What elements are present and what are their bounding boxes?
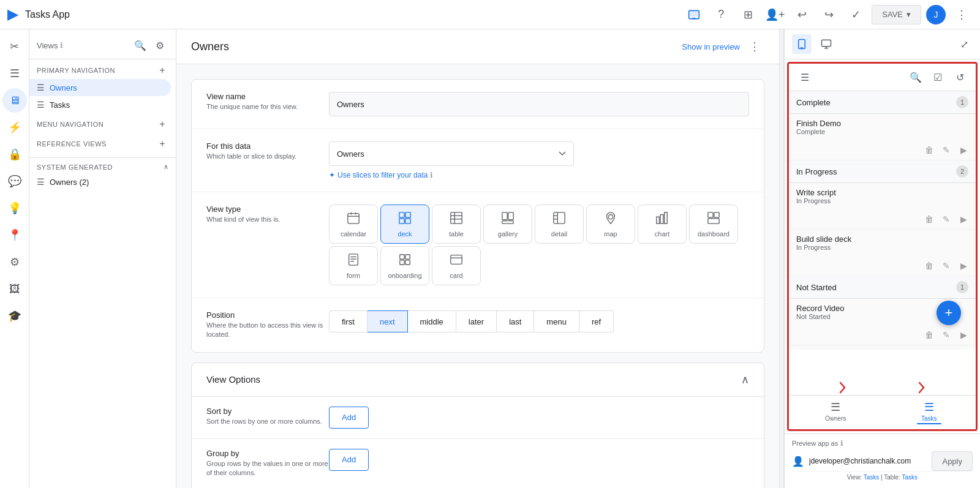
preview-item-delete-btn[interactable]: 🗑 xyxy=(922,143,937,157)
apply-button[interactable]: Apply xyxy=(932,451,973,471)
sidebar-item-owners[interactable]: ☰ Owners xyxy=(29,79,171,96)
preview-item-edit-btn-3[interactable]: ✎ xyxy=(939,258,954,273)
sidebar-header: Views ℹ 🔍 ⚙ xyxy=(29,29,176,59)
preview-fab-btn[interactable]: + xyxy=(937,301,961,325)
sidebar-item-tasks-label: Tasks xyxy=(50,100,70,110)
view-type-card[interactable]: card xyxy=(432,246,481,285)
view-type-gallery[interactable]: gallery xyxy=(483,205,532,244)
show-in-preview-btn[interactable]: Show in preview xyxy=(682,42,740,51)
svg-rect-3 xyxy=(348,213,359,223)
preview-external-btn[interactable]: ⤢ xyxy=(956,36,973,53)
menu-nav-add-btn[interactable]: + xyxy=(156,118,168,130)
icon-bar-security[interactable]: 🔒 xyxy=(2,142,27,167)
preview-search-icon[interactable]: 🔍 xyxy=(907,69,924,86)
preview-mobile-tab[interactable] xyxy=(792,34,812,54)
for-data-select[interactable]: Owners xyxy=(329,141,574,166)
help-icon-btn[interactable]: ? xyxy=(710,4,732,26)
view-type-form[interactable]: form xyxy=(329,246,378,285)
icon-bar-settings[interactable]: ⚙ xyxy=(2,250,27,274)
save-button[interactable]: SAVE ▾ xyxy=(872,5,921,24)
svg-point-22 xyxy=(608,214,612,219)
calendar-icon xyxy=(347,211,360,228)
view-type-table[interactable]: table xyxy=(432,205,481,244)
group-by-add-btn[interactable]: Add xyxy=(329,449,369,471)
preview-item-nav-btn-3[interactable]: ▶ xyxy=(956,258,971,273)
svg-rect-41 xyxy=(822,40,831,47)
view-type-detail[interactable]: detail xyxy=(535,205,584,244)
icon-bar-lightning[interactable]: ⚡ xyxy=(2,115,27,140)
undo-btn[interactable]: ↩ xyxy=(791,4,813,26)
preview-item-nav-btn-4[interactable]: ▶ xyxy=(956,328,971,342)
slice-info-icon[interactable]: ℹ xyxy=(430,171,433,179)
primary-nav-add-btn[interactable]: + xyxy=(156,64,168,77)
icon-bar-graduate[interactable]: 🎓 xyxy=(2,304,27,328)
slice-link[interactable]: ✦ Use slices to filter your data ℹ xyxy=(329,171,749,179)
position-later[interactable]: later xyxy=(456,310,497,332)
preview-nav-owners[interactable]: ☰ Owners xyxy=(789,396,883,429)
icon-bar-cursor[interactable]: ✂ xyxy=(2,34,27,59)
position-menu[interactable]: menu xyxy=(534,310,579,332)
redo-btn[interactable]: ↪ xyxy=(818,4,840,26)
sort-by-add-btn[interactable]: Add xyxy=(329,407,369,429)
view-type-map[interactable]: map xyxy=(586,205,635,244)
sort-by-row: Sort by Sort the rows by one or more col… xyxy=(192,397,764,439)
view-type-deck[interactable]: deck xyxy=(380,205,429,244)
position-last[interactable]: last xyxy=(497,310,534,332)
view-type-onboarding[interactable]: onboarding xyxy=(380,246,429,285)
sidebar-search-btn[interactable]: 🔍 xyxy=(132,37,149,54)
preview-as-info-icon[interactable]: ℹ xyxy=(840,439,843,448)
form-section-main: View name The unique name for this view.… xyxy=(191,79,764,353)
more-menu-btn[interactable]: ⋮ xyxy=(951,4,973,26)
check-btn[interactable]: ✓ xyxy=(845,4,867,26)
position-ref[interactable]: ref xyxy=(579,310,614,332)
add-user-icon-btn[interactable]: 👤+ xyxy=(764,4,786,26)
icon-bar-list[interactable]: ☰ xyxy=(2,61,27,86)
for-data-row: For this data Which table or slice to di… xyxy=(192,129,764,192)
icon-bar-photo[interactable]: 🖼 xyxy=(2,277,27,301)
preview-item-write-script-title: Write script xyxy=(796,188,968,197)
preview-item-delete-btn-2[interactable]: 🗑 xyxy=(922,212,937,227)
position-middle[interactable]: middle xyxy=(408,310,456,332)
position-first[interactable]: first xyxy=(329,310,368,332)
sidebar-settings-btn[interactable]: ⚙ xyxy=(151,37,168,54)
user-avatar[interactable]: J xyxy=(926,5,946,24)
preview-icon-btn[interactable] xyxy=(683,4,705,26)
view-type-calendar[interactable]: calendar xyxy=(329,205,378,244)
preview-group-notstarted-count: 1 xyxy=(956,281,968,293)
icon-bar-location[interactable]: 📍 xyxy=(2,223,27,247)
view-options-collapse-btn[interactable]: ∧ xyxy=(741,373,749,386)
icon-bar-page[interactable]: 🖥 xyxy=(2,88,27,113)
view-type-dashboard[interactable]: dashboard xyxy=(689,205,738,244)
preview-desktop-tab[interactable] xyxy=(816,34,836,54)
svg-rect-10 xyxy=(405,218,410,223)
preview-item-edit-btn-2[interactable]: ✎ xyxy=(939,212,954,227)
preview-item-delete-btn-3[interactable]: 🗑 xyxy=(922,258,937,273)
position-next[interactable]: next xyxy=(368,310,408,332)
view-name-input[interactable] xyxy=(329,92,749,116)
view-type-chart[interactable]: chart xyxy=(638,205,687,244)
reference-views-add-btn[interactable]: + xyxy=(156,138,168,150)
preview-menu-icon[interactable]: ☰ xyxy=(796,69,813,86)
reference-views-section: REFERENCE VIEWS + xyxy=(29,133,176,152)
view-type-desc: What kind of view this is. xyxy=(206,215,329,224)
preview-nav-tasks[interactable]: ☰ Tasks xyxy=(883,396,976,429)
views-info-icon[interactable]: ℹ xyxy=(60,41,63,50)
icon-bar-bulb[interactable]: 💡 xyxy=(2,196,27,220)
icon-bar-chat[interactable]: 💬 xyxy=(2,169,27,193)
sort-by-label: Sort by xyxy=(206,407,329,416)
position-desc: Where the button to access this view is … xyxy=(206,321,329,340)
preview-user-row: 👤 jdeveloper@christianchalk.com Apply xyxy=(792,451,973,471)
preview-group-inprogress-title: In Progress xyxy=(796,167,837,176)
preview-item-nav-btn-2[interactable]: ▶ xyxy=(956,212,971,227)
sidebar-item-owners-system[interactable]: ☰ Owners (2) xyxy=(29,173,171,190)
preview-check-icon[interactable]: ☑ xyxy=(929,69,946,86)
preview-item-edit-btn-4[interactable]: ✎ xyxy=(939,328,954,342)
sidebar-item-tasks[interactable]: ☰ Tasks xyxy=(29,96,171,113)
preview-item-delete-btn-4[interactable]: 🗑 xyxy=(922,328,937,342)
preview-item-write-script: Write script In Progress 🗑 ✎ ▶ xyxy=(789,183,976,230)
main-header-more-btn[interactable]: ⋮ xyxy=(745,37,764,56)
preview-refresh-icon[interactable]: ↺ xyxy=(951,69,968,86)
preview-item-edit-btn[interactable]: ✎ xyxy=(939,143,954,157)
preview-item-nav-btn[interactable]: ▶ xyxy=(956,143,971,157)
grid-icon-btn[interactable]: ⊞ xyxy=(737,4,759,26)
